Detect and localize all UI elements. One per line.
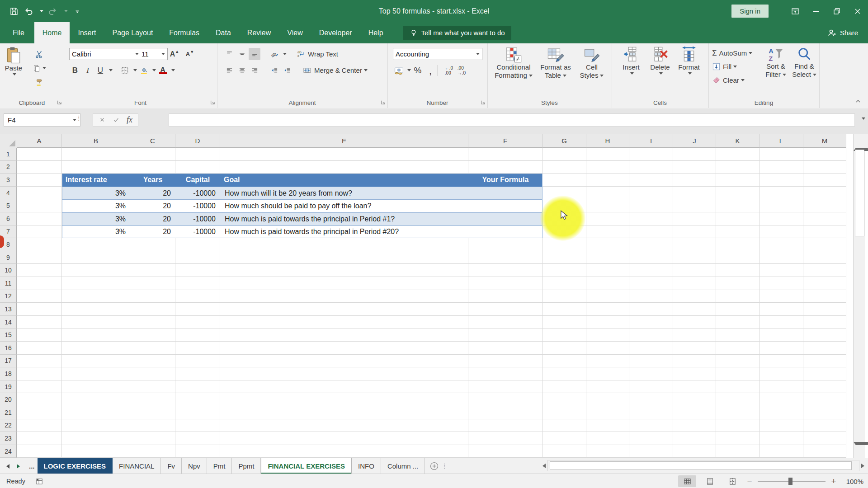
table-cell[interactable]: 20 [130,212,175,225]
fill-button[interactable]: Fill [712,61,737,73]
ribbon-tab-help[interactable]: Help [360,22,392,43]
column-header-f[interactable]: F [468,134,542,148]
table-header-cell[interactable]: Capital [175,174,220,187]
column-header-e[interactable]: E [220,134,468,148]
row-header-4[interactable]: 4 [0,187,17,200]
increase-decimal-button[interactable]: ←.0.00 [443,64,455,76]
align-left-button[interactable] [223,64,235,76]
table-cell[interactable]: 3% [62,225,130,239]
format-as-table-button[interactable]: Format as Table [537,46,574,80]
orientation-dropdown-icon[interactable] [283,53,287,57]
vertical-scroll-thumb[interactable] [855,150,864,236]
table-cell[interactable]: -10000 [175,225,220,239]
table-cell[interactable]: 20 [130,187,175,200]
font-size-select[interactable]: 11 [139,48,168,60]
ribbon-tab-insert[interactable]: Insert [70,22,104,43]
minimize-icon[interactable] [806,0,826,22]
table-cell[interactable]: How much is paid towards the principal i… [220,212,468,225]
column-header-d[interactable]: D [175,134,220,148]
sort-filter-button[interactable]: AZ Sort & Filter [762,46,790,79]
font-color-button[interactable]: A [157,64,169,76]
autosum-button[interactable]: ΣAutoSum [712,47,752,59]
borders-button[interactable] [119,64,131,76]
table-cell[interactable]: 3% [62,187,130,200]
table-cell[interactable]: How much is paid towards the principal i… [220,225,468,239]
bold-button[interactable]: B [69,64,81,76]
row-header-22[interactable]: 22 [0,419,17,432]
row-header-19[interactable]: 19 [0,380,17,394]
previous-sheet-icon[interactable] [6,464,9,469]
formula-input[interactable] [169,113,855,127]
clipboard-dialog-launcher-icon[interactable] [57,99,62,105]
column-header-m[interactable]: M [803,134,846,148]
horizontal-scroll-thumb[interactable] [550,461,852,470]
page-break-view-button[interactable] [723,475,741,487]
format-painter-button[interactable] [33,76,46,88]
row-header-10[interactable]: 10 [0,264,17,277]
tell-me-box[interactable]: Tell me what you want to do [403,26,511,40]
font-family-select[interactable]: Calibri [69,48,142,60]
column-header-c[interactable]: C [130,134,175,148]
column-header-a[interactable]: A [17,134,62,148]
accounting-format-button[interactable] [393,64,405,76]
horizontal-scrollbar[interactable] [542,458,864,474]
merge-center-button[interactable]: Merge & Center [303,64,368,76]
scroll-right-icon[interactable] [861,464,864,468]
decrease-decimal-button[interactable]: .00→.0 [456,64,467,76]
table-cell[interactable]: 20 [130,225,175,239]
row-header-6[interactable]: 6 [0,212,17,225]
page-layout-view-button[interactable] [701,475,719,487]
table-header-cell[interactable]: Goal [220,174,468,187]
sheet-tab-column[interactable]: Column ... [381,458,425,474]
font-color-dropdown-icon[interactable] [171,69,175,73]
formula-bar-grip[interactable]: ⁞ [78,114,80,122]
increase-font-size-button[interactable]: A▲ [169,48,180,60]
zoom-out-button[interactable]: − [746,476,753,486]
row-header-1[interactable]: 1 [0,148,17,161]
sheet-tab-logic-exercises[interactable]: LOGIC EXERCISES [38,458,113,474]
close-icon[interactable] [847,0,868,22]
increase-indent-button[interactable] [281,64,293,76]
align-right-button[interactable] [249,64,260,76]
vertical-scrollbar[interactable] [853,134,865,458]
sheet-tab-financial-exercises[interactable]: FINANCIAL EXERCISES [261,458,352,474]
decrease-font-size-button[interactable]: A▼ [184,48,196,60]
select-all-button[interactable] [0,134,17,148]
font-dialog-launcher-icon[interactable] [210,99,216,105]
undo-dropdown-icon[interactable] [40,10,43,14]
bottom-align-button[interactable] [249,48,260,60]
ribbon-tab-data[interactable]: Data [208,22,239,43]
tab-splitter-grip[interactable]: ⁞ [443,458,446,474]
zoom-slider[interactable] [758,481,826,482]
underline-dropdown-icon[interactable] [109,69,113,73]
wrap-text-button[interactable]: abcWrap Text [297,48,338,60]
zoom-in-button[interactable]: + [830,476,837,486]
number-format-select[interactable]: Accounting [393,48,482,60]
enter-icon[interactable] [113,116,120,124]
share-button[interactable]: Share [827,22,858,43]
row-header-20[interactable]: 20 [0,393,17,406]
ribbon-tab-review[interactable]: Review [239,22,279,43]
column-header-i[interactable]: I [629,134,673,148]
decrease-indent-button[interactable] [269,64,280,76]
row-header-14[interactable]: 14 [0,316,17,329]
sheet-tab-financial[interactable]: FINANCIAL [113,458,161,474]
sheet-tab-info[interactable]: INFO [352,458,381,474]
table-cell[interactable]: -10000 [175,199,220,212]
sheet-tab-ppmt[interactable]: Ppmt [232,458,261,474]
conditional-formatting-button[interactable]: Conditional Formatting [493,46,534,80]
expand-formula-bar-icon[interactable] [862,117,865,122]
row-header-15[interactable]: 15 [0,328,17,342]
customize-quick-access-icon[interactable] [72,6,82,16]
table-header-cell[interactable]: Interest rate [62,174,130,187]
ribbon-display-options-icon[interactable] [785,0,806,22]
row-header-23[interactable]: 23 [0,432,17,445]
ribbon-tab-view[interactable]: View [279,22,311,43]
format-cells-button[interactable]: Format [676,46,702,75]
clear-button[interactable]: Clear [712,74,745,86]
new-sheet-button[interactable] [429,458,439,474]
column-header-h[interactable]: H [586,134,629,148]
table-cell[interactable] [468,212,542,225]
table-cell[interactable]: How much will it be 20 years from now? [220,187,468,200]
table-cell[interactable]: -10000 [175,187,220,200]
